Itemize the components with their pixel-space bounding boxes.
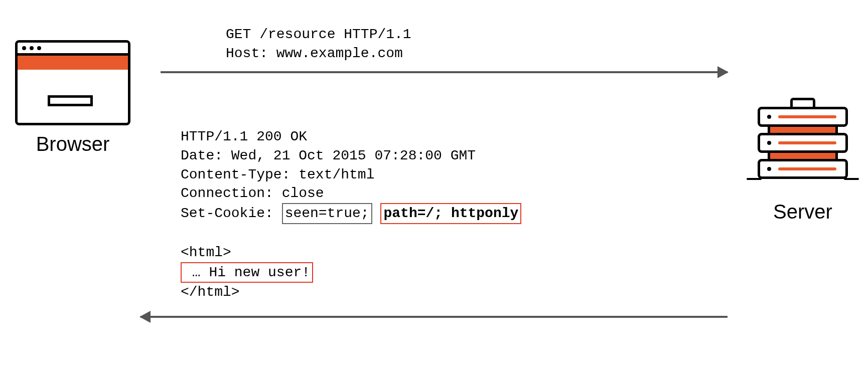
browser-dots [22,46,41,50]
server-icon [753,98,853,184]
request-line: GET /resource HTTP/1.1 [226,27,411,42]
response-body-open: <html> [181,245,231,260]
server-label: Server [753,201,853,223]
browser-accent-bar [18,56,128,70]
response-body-close: </html> [181,284,240,300]
response-body-content-box: … Hi new user! [181,262,313,283]
cookie-attributes-box: path=/; httponly [380,203,521,224]
server-feet [758,179,848,184]
browser-label: Browser [15,133,130,155]
response-arrow-icon [140,316,728,318]
response-content-type: Content-Type: text/html [181,167,374,182]
cookie-value-box: seen=true; [282,203,372,224]
server-unit-2 [758,133,848,153]
browser-icon [15,40,130,125]
response-status: HTTP/1.1 200 OK [181,129,307,144]
response-date: Date: Wed, 21 Oct 2015 07:28:00 GMT [181,148,476,163]
request-arrow-icon [161,71,728,73]
browser-window [15,40,130,125]
set-cookie-label: Set-Cookie: [181,206,282,221]
browser-titlebar [18,43,128,56]
request-host: Host: www.example.com [226,46,403,61]
server-unit-3 [758,159,848,179]
http-response-block: HTTP/1.1 200 OK Date: Wed, 21 Oct 2015 0… [181,127,521,302]
response-connection: Connection: close [181,185,324,201]
server-top [790,98,815,107]
server-unit-1 [758,107,848,127]
http-request-block: GET /resource HTTP/1.1 Host: www.example… [226,25,411,63]
browser-input-box [48,95,93,106]
